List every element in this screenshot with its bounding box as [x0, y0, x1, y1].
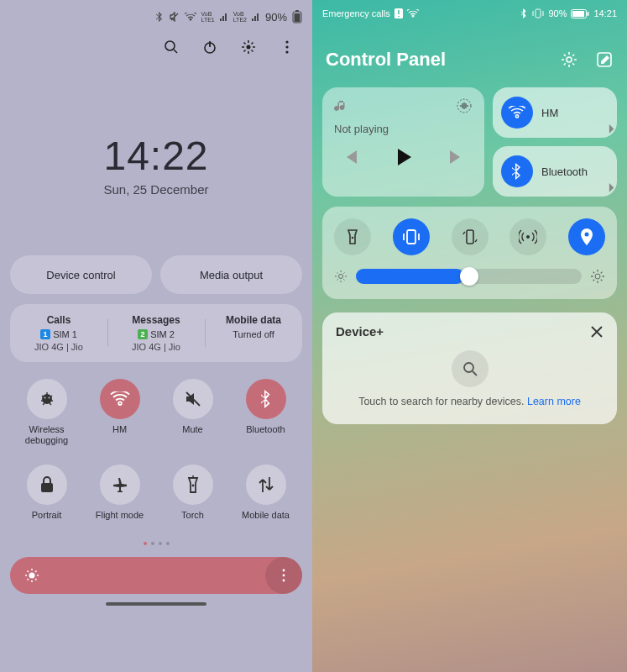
- svg-point-10: [44, 396, 45, 398]
- sim-mobiledata[interactable]: Mobile data Turned off: [205, 314, 302, 352]
- toggle-label: Portrait: [32, 510, 61, 532]
- wifi-icon: [501, 97, 533, 129]
- svg-point-16: [283, 575, 285, 577]
- more-icon[interactable]: [279, 39, 295, 55]
- brightness-menu-button[interactable]: [265, 557, 302, 594]
- battery-icon: [292, 10, 302, 24]
- device-plus-card[interactable]: Device+ Touch to search for nearby devic…: [322, 312, 617, 424]
- bluetooth-icon: [521, 8, 528, 18]
- vibrate-toggle[interactable]: [393, 218, 430, 255]
- sim-calls-header: Calls: [10, 314, 107, 326]
- svg-rect-28: [467, 230, 473, 244]
- expand-icon: ◢: [603, 181, 614, 192]
- phone-samsung: VoBLTE1 VoBLTE2 90% 14:22 Sun, 25 Decemb…: [0, 0, 312, 672]
- svg-point-15: [283, 570, 285, 572]
- device-search-button[interactable]: [452, 350, 489, 387]
- sim2-sub: JIO 4G | Jio: [107, 342, 205, 352]
- page-indicator: [10, 542, 302, 545]
- svg-point-7: [285, 45, 288, 48]
- hotspot-toggle[interactable]: [509, 218, 546, 255]
- media-output-button[interactable]: Media output: [160, 255, 302, 294]
- sim-calls[interactable]: Calls 1SIM 1 JIO 4G | Jio: [10, 314, 107, 352]
- brightness-icon: [24, 567, 40, 584]
- signal2-icon: [252, 13, 260, 21]
- battery-icon: [571, 9, 589, 18]
- device-control-button[interactable]: Device control: [10, 255, 152, 294]
- toggle-label: Bluetooth: [246, 424, 285, 446]
- power-icon[interactable]: [201, 39, 218, 55]
- svg-rect-12: [41, 483, 53, 492]
- battery-percent: 90%: [265, 11, 287, 24]
- edit-icon[interactable]: [595, 50, 614, 69]
- toggle-torch[interactable]: Torch: [156, 465, 229, 532]
- sim-data-value: Turned off: [205, 329, 302, 339]
- svg-rect-2: [295, 13, 300, 22]
- status-time: 14:21: [593, 8, 617, 18]
- brightness-slider[interactable]: [334, 269, 605, 284]
- wifi-icon: [407, 9, 419, 18]
- svg-point-14: [29, 573, 35, 579]
- media-next-button[interactable]: [444, 145, 468, 169]
- quick-panel: [322, 207, 617, 299]
- svg-point-9: [42, 394, 52, 404]
- media-status: Not playing: [334, 123, 473, 135]
- wifi-icon: [185, 13, 196, 21]
- media-play-button[interactable]: [392, 145, 415, 169]
- bug-icon: [27, 379, 67, 419]
- toggle-flight[interactable]: Flight mode: [83, 465, 156, 532]
- sim-messages[interactable]: Messages 2SIM 2 JIO 4G | Jio: [107, 314, 205, 352]
- lte1-icon: VoBLTE1: [201, 11, 215, 23]
- toggle-mobiledata[interactable]: Mobile data: [229, 465, 302, 532]
- expand-icon: ◢: [603, 123, 614, 134]
- brightness-thumb[interactable]: [460, 267, 478, 286]
- bluetooth-toggle[interactable]: Bluetooth ◢: [493, 146, 617, 197]
- settings-icon[interactable]: [560, 50, 578, 69]
- svg-point-8: [285, 50, 288, 53]
- wifi-icon: [100, 379, 140, 419]
- panel-toolbar: [10, 34, 302, 59]
- quick-toggles-grid: Wireless debuggingHMMuteBluetoothPortrai…: [10, 379, 302, 532]
- rotate-toggle[interactable]: [452, 218, 489, 255]
- torch-toggle[interactable]: [334, 218, 371, 255]
- svg-point-33: [464, 363, 473, 372]
- toggle-label: Torch: [181, 510, 204, 532]
- home-handle[interactable]: [106, 602, 206, 606]
- toggle-label: Wireless debugging: [10, 424, 83, 446]
- status-emergency: Emergency calls: [322, 8, 390, 18]
- toggle-label: Flight mode: [96, 510, 144, 532]
- bluetooth-icon: [501, 155, 533, 187]
- toggle-wireless-debug[interactable]: Wireless debugging: [10, 379, 83, 446]
- close-icon[interactable]: [590, 325, 603, 339]
- svg-point-13: [191, 485, 194, 487]
- wifi-label: HM: [541, 107, 558, 119]
- toggle-bluetooth[interactable]: Bluetooth: [229, 379, 302, 446]
- bluetooth-icon: [246, 379, 286, 419]
- search-icon[interactable]: [163, 39, 180, 55]
- torch-icon: [173, 465, 213, 505]
- toggle-mute[interactable]: Mute: [156, 379, 229, 446]
- learn-more-link[interactable]: Learn more: [527, 396, 581, 407]
- brightness-slider[interactable]: [10, 557, 302, 594]
- svg-point-29: [526, 235, 530, 239]
- brightness-track[interactable]: [356, 269, 582, 284]
- title-bar: Control Panel: [322, 49, 617, 71]
- toggle-portrait[interactable]: Portrait: [10, 465, 83, 532]
- svg-point-32: [595, 274, 600, 279]
- svg-point-5: [247, 45, 251, 50]
- media-output-icon[interactable]: [456, 97, 473, 114]
- location-toggle[interactable]: [568, 218, 605, 255]
- toggle-label: Mute: [182, 424, 202, 446]
- sim1-chip-icon: 1: [40, 329, 50, 339]
- toggle-wifi[interactable]: HM: [83, 379, 156, 446]
- media-prev-button[interactable]: [339, 145, 363, 169]
- svg-point-6: [285, 40, 288, 43]
- sim-card-panel[interactable]: Calls 1SIM 1 JIO 4G | Jio Messages 2SIM …: [10, 304, 302, 362]
- svg-point-17: [283, 580, 285, 582]
- media-card[interactable]: Not playing: [322, 87, 484, 197]
- sim-data-header: Mobile data: [205, 314, 302, 326]
- signal1-icon: [220, 13, 228, 21]
- clock-date: Sun, 25 December: [10, 182, 302, 197]
- wifi-toggle[interactable]: HM ◢: [493, 87, 617, 138]
- mute-icon: [173, 379, 213, 419]
- settings-icon[interactable]: [240, 39, 257, 55]
